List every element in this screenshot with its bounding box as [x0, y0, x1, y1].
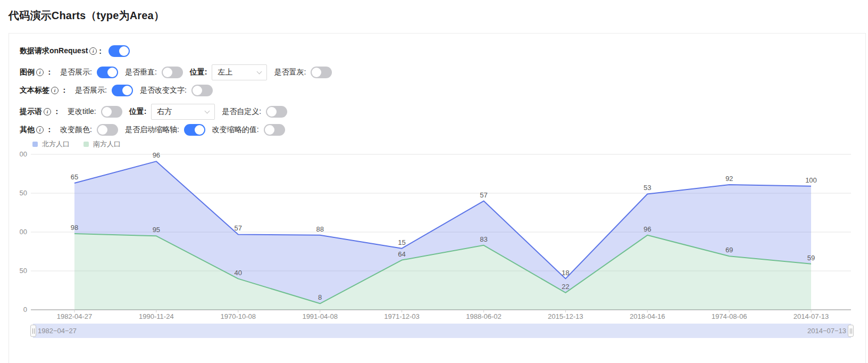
- on-request-toggle[interactable]: [108, 45, 130, 57]
- info-icon[interactable]: i: [36, 69, 44, 76]
- control-row-text-label: 文本标签i：是否展示:是否改变文字:: [20, 85, 855, 96]
- data-point-label: 96: [644, 225, 651, 233]
- legend-vertical-label: 是否垂直:: [125, 68, 157, 77]
- change-color-label: 改变颜色:: [60, 125, 92, 135]
- legend-gray-toggle[interactable]: [311, 67, 332, 78]
- legend-item[interactable]: 北方人口: [32, 139, 70, 149]
- data-point-label: 98: [71, 224, 78, 232]
- data-point-label: 18: [562, 269, 569, 277]
- x-axis-tick-label: 1990-11-24: [139, 312, 174, 320]
- y-axis-tick-label: 50: [20, 267, 27, 275]
- legend-position-label: 位置:: [190, 68, 207, 77]
- x-axis-tick-label: 1974-08-06: [712, 312, 747, 320]
- change-color-control: 改变颜色:: [60, 124, 118, 136]
- change-color-toggle[interactable]: [97, 124, 118, 136]
- legend-label: 北方人口: [42, 139, 70, 149]
- data-point-label: 53: [644, 184, 651, 192]
- info-icon[interactable]: i: [44, 108, 51, 116]
- data-point-label: 65: [71, 173, 78, 181]
- data-point-label: 40: [235, 269, 242, 277]
- tooltip-custom-label: 是否自定义:: [222, 107, 261, 117]
- data-point-label: 57: [480, 191, 487, 199]
- legend-marker-icon: [84, 142, 89, 147]
- legend-vertical-toggle[interactable]: [162, 67, 183, 78]
- tooltip-change-title-control: 更改title:: [68, 106, 122, 118]
- chevron-down-icon: [205, 109, 210, 114]
- tooltip-position-select[interactable]: 右方: [151, 104, 215, 120]
- chevron-down-icon: [257, 69, 262, 75]
- tooltip-position-label: 位置:: [129, 107, 147, 117]
- legend-position-select[interactable]: 左上: [212, 64, 267, 80]
- legend-show-toggle[interactable]: [97, 67, 118, 78]
- change-slider-value-control: 改变缩略的值:: [212, 124, 285, 136]
- x-axis-tick-label: 1971-12-03: [384, 312, 420, 320]
- tooltip-position-control: 位置:右方: [129, 104, 215, 120]
- data-point-label: 59: [807, 254, 815, 262]
- y-axis-tick-label: 100: [20, 228, 27, 236]
- x-axis-tick-label: 1982-04-27: [57, 312, 93, 320]
- data-point-label: 96: [153, 151, 160, 159]
- x-axis-tick-label: 1988-06-02: [466, 312, 502, 320]
- change-slider-value-label: 改变缩略的值:: [212, 125, 259, 135]
- y-axis-tick-label: 200: [20, 150, 27, 158]
- tooltip-change-title-toggle[interactable]: [101, 106, 122, 118]
- legend-position-control: 位置:左上: [190, 64, 268, 80]
- y-axis-tick-label: 0: [23, 306, 27, 314]
- data-point-label: 83: [480, 235, 487, 243]
- legend-gray-label: 是否置灰:: [274, 68, 306, 77]
- tooltip-change-title-label: 更改title:: [68, 107, 96, 117]
- enable-slider-label: 是否启动缩略轴:: [125, 125, 179, 135]
- on-request-control: [108, 45, 130, 57]
- controls: 数据请求onRequesti : 图例i：是否展示:是否垂直:位置:左上是否置灰…: [20, 45, 855, 136]
- control-row-legend: 图例i：是否展示:是否垂直:位置:左上是否置灰:: [20, 64, 855, 80]
- enable-slider-control: 是否启动缩略轴:: [125, 124, 205, 136]
- enable-slider-toggle[interactable]: [184, 124, 205, 136]
- tooltip-custom-control: 是否自定义:: [222, 106, 287, 118]
- control-row-data-request: 数据请求onRequesti :: [20, 45, 855, 57]
- x-axis-tick-label: 1970-10-08: [221, 312, 256, 320]
- data-point-label: 64: [398, 250, 405, 258]
- legend-show-label: 是否展示:: [60, 68, 92, 77]
- label-show-control: 是否展示:: [75, 85, 133, 96]
- info-icon[interactable]: i: [89, 47, 97, 55]
- data-point-label: 100: [805, 176, 817, 184]
- legend-group-label: 图例i：: [20, 68, 53, 77]
- x-axis-tick-label: 2014-07-13: [794, 312, 829, 320]
- tooltip-group-label: 提示语i：: [20, 107, 61, 117]
- slider-start-label: 1982−04−27: [38, 324, 77, 338]
- data-point-label: 22: [562, 283, 569, 291]
- label-change-text-label: 是否改变文字:: [140, 86, 187, 95]
- y-axis-tick-label: 150: [20, 189, 27, 197]
- label-show-toggle[interactable]: [112, 85, 133, 96]
- legend-gray-control: 是否置灰:: [274, 67, 332, 78]
- x-axis-tick-label: 2015-12-13: [548, 312, 583, 320]
- other-group-label: 其他i：: [20, 125, 53, 135]
- control-row-other: 其他i：改变颜色:是否启动缩略轴:改变缩略的值:: [20, 124, 855, 136]
- legend-vertical-control: 是否垂直:: [125, 67, 183, 78]
- data-point-label: 69: [725, 246, 733, 254]
- legend-label: 南方人口: [93, 139, 121, 149]
- legend-position-value: 左上: [218, 68, 232, 77]
- control-row-tooltip: 提示语i：更改title:位置:右方是否自定义:: [20, 104, 855, 120]
- zoom-slider[interactable]: 1982−04−27 2014−07−13: [33, 324, 851, 338]
- text-label-group-label: 文本标签i：: [20, 86, 68, 95]
- info-icon[interactable]: i: [51, 87, 59, 94]
- chart-legend: 北方人口南方人口: [32, 140, 855, 148]
- label-show-label: 是否展示:: [75, 86, 107, 95]
- x-axis-tick-label: 1991-04-08: [302, 312, 338, 320]
- data-point-label: 57: [235, 224, 242, 232]
- slider-left-handle[interactable]: [30, 325, 36, 337]
- change-slider-value-toggle[interactable]: [264, 124, 285, 136]
- slider-end-label: 2014−07−13: [807, 324, 846, 338]
- legend-item[interactable]: 南方人口: [84, 139, 121, 149]
- tooltip-custom-toggle[interactable]: [266, 106, 287, 118]
- legend-show-control: 是否展示:: [60, 67, 118, 78]
- label-change-text-toggle[interactable]: [191, 85, 213, 96]
- area-chart-svg[interactable]: 0501001502001982-04-271990-11-241970-10-…: [20, 150, 855, 321]
- data-point-label: 92: [725, 175, 733, 183]
- label-change-text-control: 是否改变文字:: [140, 85, 213, 96]
- slider-right-handle[interactable]: [848, 325, 854, 337]
- data-point-label: 15: [398, 238, 405, 246]
- info-icon[interactable]: i: [36, 126, 44, 134]
- slider-track[interactable]: [33, 324, 851, 338]
